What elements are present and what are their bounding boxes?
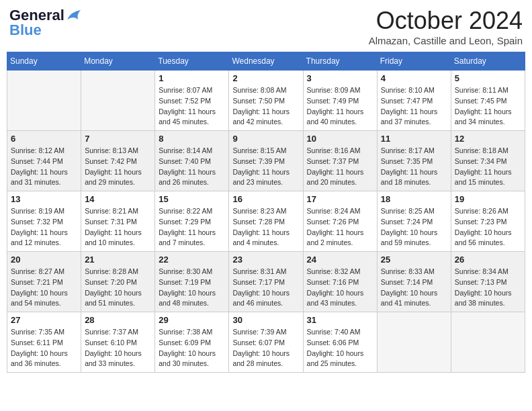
sunrise-text: Sunrise: 8:26 AM <box>455 206 521 217</box>
calendar-day-cell <box>451 312 525 373</box>
sunrise-text: Sunrise: 8:22 AM <box>159 206 225 217</box>
day-number: 24 <box>307 255 373 265</box>
col-saturday: Saturday <box>451 52 525 71</box>
calendar-day-cell: 18Sunrise: 8:25 AMSunset: 7:24 PMDayligh… <box>377 191 451 252</box>
daylight-text: Daylight: 10 hours and 56 minutes. <box>455 228 521 249</box>
sunrise-text: Sunrise: 8:10 AM <box>381 85 447 96</box>
sunset-text: Sunset: 6:10 PM <box>85 338 151 349</box>
calendar-day-cell: 14Sunrise: 8:21 AMSunset: 7:31 PMDayligh… <box>81 191 155 252</box>
sunrise-text: Sunrise: 8:30 AM <box>159 267 225 277</box>
sunset-text: Sunset: 7:20 PM <box>85 277 151 288</box>
title-area: October 2024 Almazan, Castille and Leon,… <box>369 7 523 46</box>
day-number: 31 <box>307 315 373 325</box>
calendar-day-cell: 7Sunrise: 8:13 AMSunset: 7:42 PMDaylight… <box>81 131 155 191</box>
sunset-text: Sunset: 7:32 PM <box>11 217 77 228</box>
calendar-day-cell: 10Sunrise: 8:16 AMSunset: 7:37 PMDayligh… <box>303 131 377 191</box>
daylight-text: Daylight: 10 hours and 43 minutes. <box>307 288 373 310</box>
sunrise-text: Sunrise: 8:12 AM <box>11 146 77 156</box>
daylight-text: Daylight: 11 hours and 23 minutes. <box>232 167 299 189</box>
sunrise-text: Sunrise: 8:15 AM <box>232 146 299 156</box>
day-number: 12 <box>455 134 521 144</box>
sunset-text: Sunset: 6:09 PM <box>159 338 225 349</box>
day-number: 23 <box>232 255 299 265</box>
daylight-text: Daylight: 11 hours and 4 minutes. <box>232 228 299 249</box>
daylight-text: Daylight: 11 hours and 34 minutes. <box>455 107 521 128</box>
sunset-text: Sunset: 7:17 PM <box>232 277 299 288</box>
day-number: 27 <box>11 315 77 325</box>
daylight-text: Daylight: 11 hours and 40 minutes. <box>307 107 373 128</box>
day-info: Sunrise: 8:12 AMSunset: 7:44 PMDaylight:… <box>11 146 77 188</box>
calendar-day-cell: 4Sunrise: 8:10 AMSunset: 7:47 PMDaylight… <box>377 71 451 131</box>
day-info: Sunrise: 8:26 AMSunset: 7:23 PMDaylight:… <box>455 206 521 248</box>
daylight-text: Daylight: 11 hours and 2 minutes. <box>307 228 373 249</box>
day-info: Sunrise: 8:17 AMSunset: 7:35 PMDaylight:… <box>381 146 447 188</box>
sunset-text: Sunset: 7:28 PM <box>232 217 299 228</box>
sunset-text: Sunset: 7:29 PM <box>159 217 225 228</box>
sunset-text: Sunset: 7:23 PM <box>455 217 521 228</box>
sunrise-text: Sunrise: 8:07 AM <box>159 85 225 96</box>
sunset-text: Sunset: 7:42 PM <box>85 156 151 167</box>
day-number: 15 <box>159 194 225 204</box>
calendar-day-cell: 17Sunrise: 8:24 AMSunset: 7:26 PMDayligh… <box>303 191 377 252</box>
logo: General Blue <box>9 7 81 39</box>
day-info: Sunrise: 7:38 AMSunset: 6:09 PMDaylight:… <box>159 327 225 369</box>
day-info: Sunrise: 8:09 AMSunset: 7:49 PMDaylight:… <box>307 85 373 128</box>
day-info: Sunrise: 8:08 AMSunset: 7:50 PMDaylight:… <box>232 85 299 128</box>
day-number: 9 <box>232 134 299 144</box>
calendar-day-cell: 26Sunrise: 8:34 AMSunset: 7:13 PMDayligh… <box>451 252 525 312</box>
daylight-text: Daylight: 10 hours and 51 minutes. <box>85 288 151 310</box>
sunset-text: Sunset: 7:21 PM <box>11 277 77 288</box>
day-info: Sunrise: 8:23 AMSunset: 7:28 PMDaylight:… <box>232 206 299 248</box>
day-number: 11 <box>381 134 447 144</box>
sunrise-text: Sunrise: 8:17 AM <box>381 146 447 156</box>
sunrise-text: Sunrise: 8:28 AM <box>85 267 151 277</box>
day-info: Sunrise: 8:16 AMSunset: 7:37 PMDaylight:… <box>307 146 373 188</box>
calendar-week-row: 20Sunrise: 8:27 AMSunset: 7:21 PMDayligh… <box>7 252 525 312</box>
daylight-text: Daylight: 10 hours and 54 minutes. <box>11 288 77 310</box>
day-info: Sunrise: 8:18 AMSunset: 7:34 PMDaylight:… <box>455 146 521 188</box>
sunset-text: Sunset: 7:14 PM <box>381 277 447 288</box>
day-number: 30 <box>232 315 299 325</box>
day-number: 29 <box>159 315 225 325</box>
day-number: 1 <box>159 73 225 83</box>
calendar-day-cell <box>377 312 451 373</box>
calendar-day-cell: 5Sunrise: 8:11 AMSunset: 7:45 PMDaylight… <box>451 71 525 131</box>
day-info: Sunrise: 8:31 AMSunset: 7:17 PMDaylight:… <box>232 267 299 309</box>
sunset-text: Sunset: 6:06 PM <box>307 338 373 349</box>
day-info: Sunrise: 8:33 AMSunset: 7:14 PMDaylight:… <box>381 267 447 309</box>
calendar-day-cell: 3Sunrise: 8:09 AMSunset: 7:49 PMDaylight… <box>303 71 377 131</box>
day-info: Sunrise: 8:15 AMSunset: 7:39 PMDaylight:… <box>232 146 299 188</box>
day-number: 6 <box>11 134 77 144</box>
daylight-text: Daylight: 11 hours and 15 minutes. <box>455 167 521 189</box>
sunset-text: Sunset: 6:07 PM <box>232 338 299 349</box>
sunset-text: Sunset: 7:35 PM <box>381 156 447 167</box>
location-subtitle: Almazan, Castille and Leon, Spain <box>369 35 523 46</box>
calendar-day-cell <box>7 71 81 131</box>
calendar-day-cell: 24Sunrise: 8:32 AMSunset: 7:16 PMDayligh… <box>303 252 377 312</box>
calendar-day-cell: 16Sunrise: 8:23 AMSunset: 7:28 PMDayligh… <box>229 191 303 252</box>
sunset-text: Sunset: 7:47 PM <box>381 96 447 107</box>
sunrise-text: Sunrise: 8:32 AM <box>307 267 373 277</box>
sunrise-text: Sunrise: 8:21 AM <box>85 206 151 217</box>
day-number: 8 <box>159 134 225 144</box>
sunrise-text: Sunrise: 8:14 AM <box>159 146 225 156</box>
page-header: General Blue October 2024 Almazan, Casti… <box>7 7 525 46</box>
sunset-text: Sunset: 6:11 PM <box>11 338 77 349</box>
sunset-text: Sunset: 7:52 PM <box>159 96 225 107</box>
sunrise-text: Sunrise: 7:35 AM <box>11 327 77 338</box>
daylight-text: Daylight: 10 hours and 30 minutes. <box>159 349 225 370</box>
day-number: 26 <box>455 255 521 265</box>
sunset-text: Sunset: 7:13 PM <box>455 277 521 288</box>
sunrise-text: Sunrise: 8:18 AM <box>455 146 521 156</box>
sunrise-text: Sunrise: 8:27 AM <box>11 267 77 277</box>
col-monday: Monday <box>81 52 155 71</box>
sunset-text: Sunset: 7:39 PM <box>232 156 299 167</box>
calendar-day-cell: 25Sunrise: 8:33 AMSunset: 7:14 PMDayligh… <box>377 252 451 312</box>
daylight-text: Daylight: 11 hours and 7 minutes. <box>159 228 225 249</box>
day-info: Sunrise: 8:32 AMSunset: 7:16 PMDaylight:… <box>307 267 373 309</box>
day-number: 4 <box>381 73 447 83</box>
calendar-day-cell: 2Sunrise: 8:08 AMSunset: 7:50 PMDaylight… <box>229 71 303 131</box>
sunset-text: Sunset: 7:37 PM <box>307 156 373 167</box>
day-number: 21 <box>85 255 151 265</box>
daylight-text: Daylight: 11 hours and 12 minutes. <box>11 228 77 249</box>
